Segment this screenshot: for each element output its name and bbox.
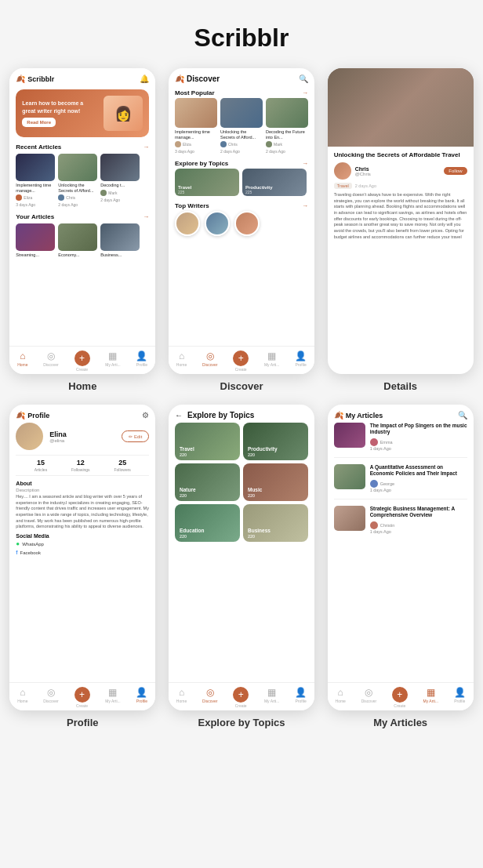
edit-button[interactable]: ✏ Edit xyxy=(122,430,149,442)
hero-banner: Learn how to become a great writer right… xyxy=(16,89,149,137)
create-button[interactable]: + xyxy=(233,687,249,703)
nav-home[interactable]: ⌂ Home xyxy=(176,350,187,372)
nav-discover[interactable]: ◎ Discover xyxy=(202,687,217,708)
profile-bottom-nav: ⌂ Home ◎ Discover + Create ▦ My Arti... xyxy=(9,682,155,710)
list-item: Unlocking the Secrets of Afford... Chris… xyxy=(220,98,263,154)
nav-my-articles[interactable]: ▦ My Arti... xyxy=(105,687,120,708)
nav-discover-label: Discover xyxy=(361,699,376,703)
topic-travel[interactable]: Travel 225 xyxy=(175,169,239,196)
desc-label: Description xyxy=(16,488,149,492)
nav-discover[interactable]: ◎ Discover xyxy=(43,687,58,708)
my-articles-title: My Articles xyxy=(346,412,383,419)
nav-profile[interactable]: 👤 Profile xyxy=(136,350,147,372)
topic-card-music[interactable]: Music220 xyxy=(243,463,308,501)
stat-followers: 25 Followers xyxy=(114,459,130,472)
back-arrow-icon[interactable]: ← xyxy=(175,411,183,419)
nav-profile[interactable]: 👤 Profile xyxy=(136,687,147,708)
article-meta: Mark xyxy=(266,141,308,147)
nav-my-articles[interactable]: ▦ My Arti... xyxy=(264,687,279,708)
nav-discover[interactable]: ◎ Discover xyxy=(361,687,376,708)
profile-header: 🍂 Profile ⚙ xyxy=(9,405,155,423)
detail-author-row: Chris @Chris Follow xyxy=(334,162,467,180)
recent-arrow-icon[interactable]: → xyxy=(143,143,149,151)
nav-create[interactable]: + Create xyxy=(74,350,90,372)
your-title: Your Articles xyxy=(16,213,54,220)
avatar xyxy=(370,480,378,488)
nav-home[interactable]: ⌂ Home xyxy=(17,350,27,372)
nav-create[interactable]: + Create xyxy=(233,350,249,372)
articles-icon: ▦ xyxy=(427,687,435,698)
topic-card-education[interactable]: Education220 xyxy=(175,504,240,542)
discover-icon: ◎ xyxy=(47,350,55,361)
nav-profile[interactable]: 👤 Profile xyxy=(454,687,466,708)
top-writers-title: Top Writers xyxy=(175,202,209,209)
profile-phone: 🍂 Profile ⚙ Elina @elina ✏ Edit xyxy=(9,405,155,710)
article-tag: Travel xyxy=(334,183,352,189)
nav-create-label: Create xyxy=(76,703,88,708)
topic-card-nature[interactable]: Nature220 xyxy=(175,463,240,501)
stat-followers-label: Followers xyxy=(114,467,130,472)
profile-icon: 👤 xyxy=(136,350,147,361)
nav-discover-label: Discover xyxy=(202,699,217,703)
article-meta: Mark xyxy=(100,190,140,196)
article-info: The Impact of Pop Singers on the music i… xyxy=(370,423,467,451)
nav-create[interactable]: + Create xyxy=(233,687,249,708)
explore-topics-title: Explore by Topics xyxy=(187,411,254,419)
myart-bottom-nav: ⌂ Home ◎ Discover + Create ▦ My Arti... xyxy=(328,682,474,710)
nav-profile[interactable]: 👤 Profile xyxy=(295,687,307,708)
recent-section-header: Recent Articles → xyxy=(9,140,155,152)
nav-home[interactable]: ⌂ Home xyxy=(17,687,27,708)
nav-profile[interactable]: 👤 Profile xyxy=(295,350,307,372)
explore-topics-phone: ← Explore by Topics Travel220 Productivi… xyxy=(169,405,314,710)
profile-logo: 🍂 Profile xyxy=(16,411,49,419)
top-writers-arrow[interactable]: → xyxy=(302,202,308,209)
create-button[interactable]: + xyxy=(74,687,90,703)
nav-home[interactable]: ⌂ Home xyxy=(176,687,187,708)
explore-arrow[interactable]: → xyxy=(302,160,308,167)
nav-my-articles[interactable]: ▦ My Arti... xyxy=(105,350,120,372)
articles-icon: ▦ xyxy=(267,350,276,361)
topic-label: Travel220 xyxy=(180,446,194,457)
nav-home[interactable]: ⌂ Home xyxy=(336,687,346,708)
create-button[interactable]: + xyxy=(74,350,90,366)
bell-icon[interactable]: 🔔 xyxy=(140,74,149,83)
follow-button[interactable]: Follow xyxy=(444,167,467,175)
nav-my-articles[interactable]: ▦ My Arti... xyxy=(423,687,438,708)
search-icon[interactable]: 🔍 xyxy=(299,74,308,83)
hero-btn[interactable]: Read More xyxy=(22,118,56,127)
nav-create[interactable]: + Create xyxy=(74,687,90,708)
social-whatsapp[interactable]: ● WhatsApp xyxy=(16,540,149,547)
topics-row: Travel 225 Productivity 225 xyxy=(169,169,314,199)
your-arrow-icon[interactable]: → xyxy=(143,213,149,220)
discover-title: Discover xyxy=(187,74,220,83)
topic-card-productivity[interactable]: Productivity220 xyxy=(243,423,308,460)
detail-hero-image xyxy=(328,68,474,147)
topic-count: 220 xyxy=(180,493,187,498)
create-button[interactable]: + xyxy=(392,687,408,703)
article-title: Decoding t... xyxy=(100,183,140,188)
list-item: Decoding the Future into En... Mark 2 da… xyxy=(266,98,308,154)
nav-my-articles[interactable]: ▦ My Arti... xyxy=(264,350,279,372)
topic-productivity[interactable]: Productivity 225 xyxy=(242,169,307,196)
nav-discover[interactable]: ◎ Discover xyxy=(202,350,217,372)
topic-label: Productivity220 xyxy=(248,446,278,457)
avatar xyxy=(266,141,272,147)
create-button[interactable]: + xyxy=(233,350,249,366)
topic-card-travel[interactable]: Travel220 xyxy=(175,423,240,460)
search-icon[interactable]: 🔍 xyxy=(458,411,467,419)
social-facebook[interactable]: f Facebook xyxy=(16,549,149,556)
top-writers-header: Top Writers → xyxy=(169,199,314,211)
nav-discover[interactable]: ◎ Discover xyxy=(43,350,58,372)
logo-leaf-icon: 🍂 xyxy=(16,74,25,83)
topic-card-business[interactable]: Business220 xyxy=(243,504,308,542)
gear-icon[interactable]: ⚙ xyxy=(142,411,149,419)
most-popular-arrow[interactable]: → xyxy=(302,89,308,96)
article-thumb xyxy=(58,154,97,181)
home-icon: ⌂ xyxy=(338,687,343,698)
topic-count: 220 xyxy=(180,534,187,539)
article-info: Strategic Business Management: A Compreh… xyxy=(370,506,467,534)
nav-create[interactable]: + Create xyxy=(392,687,408,708)
nav-discover-label: Discover xyxy=(43,362,58,367)
article-author: Chris xyxy=(66,195,75,200)
popular-thumb xyxy=(220,98,263,128)
